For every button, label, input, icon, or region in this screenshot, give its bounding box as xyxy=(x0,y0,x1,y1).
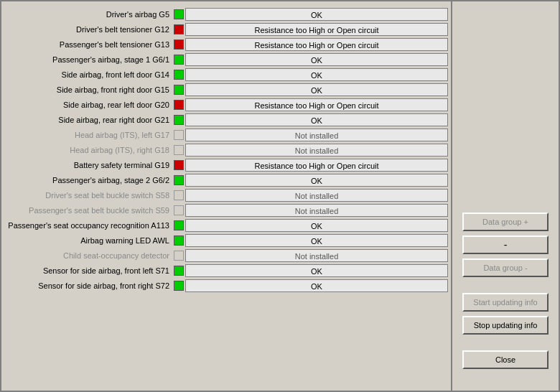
stop-updating-button[interactable]: Stop updating info xyxy=(462,316,549,335)
table-row: Side airbag, rear left door G20Resistanc… xyxy=(7,98,448,112)
row-label: Passenger's airbag, stage 1 G6/1 xyxy=(7,55,172,64)
status-indicator xyxy=(174,220,184,230)
status-box: Resistance too High or Open circuit xyxy=(185,23,448,36)
right-panel: Data group + - Data group - Start updati… xyxy=(451,1,559,391)
status-indicator xyxy=(174,235,184,246)
status-indicator xyxy=(174,9,184,19)
status-indicator xyxy=(174,85,184,95)
left-panel: Driver's airbag G5OKDriver's belt tensio… xyxy=(1,1,451,391)
row-label: Driver's belt tensioner G12 xyxy=(7,25,172,34)
row-label: Side airbag, front right door G15 xyxy=(7,85,172,94)
status-box: Not installed xyxy=(185,129,448,141)
table-row: Side airbag, rear right door G21OK xyxy=(7,113,448,127)
status-indicator xyxy=(174,251,184,261)
row-label: Passenger's belt tensioner G13 xyxy=(7,40,172,49)
status-indicator xyxy=(174,130,184,140)
row-label: Passenger's seat belt buckle switch S59 xyxy=(7,206,172,215)
table-row: Driver's airbag G5OK xyxy=(7,7,448,22)
status-box: OK xyxy=(185,83,448,96)
table-row: Passenger's seat belt buckle switch S59N… xyxy=(7,203,448,218)
data-group-minus-button[interactable]: Data group - xyxy=(462,258,549,277)
table-row: Sensor for side airbag, front right S72O… xyxy=(7,279,448,293)
status-box: OK xyxy=(185,174,448,187)
status-box: OK xyxy=(185,234,448,247)
status-box: Resistance too High or Open circuit xyxy=(185,159,448,172)
table-row: Passenger's belt tensioner G13Resistance… xyxy=(7,37,448,52)
row-label: Sensor for side airbag, front right S72 xyxy=(7,281,172,290)
status-indicator xyxy=(174,39,184,50)
data-group-plus-button[interactable]: Data group + xyxy=(462,213,549,231)
table-row: Head airbag (ITS), right G18Not installe… xyxy=(7,143,448,157)
dash-button[interactable]: - xyxy=(462,235,549,254)
status-box: Resistance too High or Open circuit xyxy=(185,98,448,111)
status-box: OK xyxy=(185,279,448,292)
status-box: OK xyxy=(185,68,448,81)
row-label: Passenger's seat occupancy recognition A… xyxy=(7,221,172,230)
row-label: Side airbag, rear right door G21 xyxy=(7,116,172,124)
table-row: Side airbag, front right door G15OK xyxy=(7,83,448,97)
start-updating-button[interactable]: Start updating info xyxy=(462,293,549,312)
row-label: Child seat-occupancy detector xyxy=(7,251,172,260)
row-label: Head airbag (ITS), left G17 xyxy=(7,131,172,139)
table-row: Battery safety terminal G19Resistance to… xyxy=(7,158,448,172)
close-button[interactable]: Close xyxy=(462,350,549,369)
row-label: Airbag warning LED AWL xyxy=(7,236,172,245)
table-row: Child seat-occupancy detectorNot install… xyxy=(7,248,448,263)
table-row: Head airbag (ITS), left G17Not installed xyxy=(7,128,448,142)
row-label: Driver's airbag G5 xyxy=(7,10,172,19)
status-indicator xyxy=(174,160,184,170)
status-box: Not installed xyxy=(185,189,448,202)
row-label: Battery safety terminal G19 xyxy=(7,161,172,169)
table-row: Side airbag, front left door G14OK xyxy=(7,67,448,82)
status-indicator xyxy=(174,266,184,276)
table-row: Driver's seat belt buckle switch S58Not … xyxy=(7,188,448,202)
table-row: Airbag warning LED AWLOK xyxy=(7,233,448,248)
main-window: Driver's airbag G5OKDriver's belt tensio… xyxy=(0,0,560,392)
row-label: Side airbag, front left door G14 xyxy=(7,70,172,79)
status-indicator xyxy=(174,175,184,185)
table-row: Passenger's airbag, stage 2 G6/2OK xyxy=(7,173,448,187)
status-box: Resistance too High or Open circuit xyxy=(185,38,448,51)
row-label: Head airbag (ITS), right G18 xyxy=(7,146,172,154)
status-indicator xyxy=(174,190,184,200)
status-box: OK xyxy=(185,8,448,21)
table-row: Sensor for side airbag, front left S71OK xyxy=(7,263,448,278)
row-label: Sensor for side airbag, front left S71 xyxy=(7,266,172,275)
row-label: Side airbag, rear left door G20 xyxy=(7,101,172,109)
status-box: OK xyxy=(185,113,448,126)
table-row: Driver's belt tensioner G12Resistance to… xyxy=(7,22,448,37)
row-label: Passenger's airbag, stage 2 G6/2 xyxy=(7,176,172,185)
status-indicator xyxy=(174,115,184,125)
status-box: OK xyxy=(185,53,448,66)
status-indicator xyxy=(174,205,184,215)
status-indicator xyxy=(174,145,184,155)
status-indicator xyxy=(174,281,184,291)
status-indicator xyxy=(174,70,184,80)
status-box: Not installed xyxy=(185,144,448,157)
status-indicator xyxy=(174,55,184,65)
status-box: Not installed xyxy=(185,249,448,262)
status-indicator xyxy=(174,100,184,110)
status-box: OK xyxy=(185,219,448,232)
row-label: Driver's seat belt buckle switch S58 xyxy=(7,191,172,200)
status-box: OK xyxy=(185,264,448,277)
table-row: Passenger's seat occupancy recognition A… xyxy=(7,218,448,233)
table-row: Passenger's airbag, stage 1 G6/1OK xyxy=(7,52,448,67)
status-box: Not installed xyxy=(185,204,448,217)
status-indicator xyxy=(174,24,184,34)
